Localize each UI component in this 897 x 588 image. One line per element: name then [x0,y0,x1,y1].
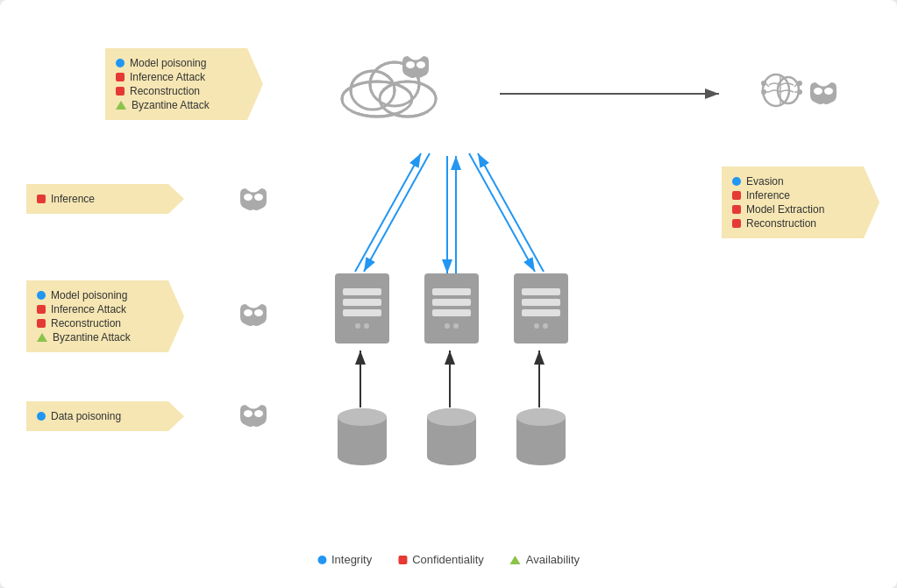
dot-red-right-1 [732,191,741,200]
dot-red-1 [116,73,125,81]
server-dots [445,323,459,329]
legend-right-label-4: Reconstruction [746,217,816,230]
svg-line-5 [364,153,430,272]
villain-mid-left [237,187,270,216]
svg-point-24 [416,61,425,68]
legend-top-item-4: Byzantine Attack [116,99,238,111]
server-1 [335,273,389,344]
svg-point-46 [338,448,387,465]
legend-integrity-label: Integrity [331,553,372,566]
legend-top-label-1: Model poisoning [130,57,206,69]
dot-blue-data [37,412,46,421]
legend-top-label-2: Inference Attack [130,71,205,83]
legend-top-item-1: Model poisoning [116,57,238,69]
legend-right-label-1: Evasion [746,175,784,188]
legend-bottom-left-label-3: Reconstruction [51,317,121,329]
triangle-availability [510,556,521,564]
server-line [343,299,381,306]
villain-top-right [807,81,840,110]
dot-blue-bottom-1 [37,291,46,300]
svg-point-38 [244,194,253,201]
svg-point-40 [244,309,253,316]
legend-bottom-left-label-2: Inference Attack [51,303,126,315]
server-dot [445,323,450,329]
svg-point-47 [338,408,387,426]
svg-line-34 [765,83,769,87]
triangle-green-bottom [37,333,47,342]
svg-line-9 [469,153,535,272]
server-line [343,309,381,316]
database-1 [335,405,389,470]
svg-line-6 [355,153,421,272]
server-line [432,288,471,295]
dot-integrity [317,556,326,564]
legend-data-poison-label-1: Data poisoning [51,410,121,422]
legend-right-item-2: Inference [732,189,855,202]
legend-bottom-left-label-4: Byzantine Attack [53,331,131,344]
dot-red-right-2 [732,205,741,214]
server-dot [364,323,369,329]
legend-bottom-left-item-3: Reconstruction [37,317,160,329]
diagram-container: Model poisoning Inference Attack Reconst… [0,0,897,588]
legend-mid-left-item-1: Inference [37,193,160,205]
legend-bottom-left-item-4: Byzantine Attack [37,331,160,344]
database-3 [514,405,568,470]
server-dots [355,323,369,329]
legend-right-label-2: Inference [746,189,790,202]
server-line [522,299,560,306]
svg-point-42 [244,410,253,417]
svg-point-25 [814,88,822,95]
legend-mid-left: Inference [26,184,184,214]
svg-point-23 [406,61,415,68]
legend-bottom-left-item-1: Model poisoning [37,289,160,301]
legend-confidentiality-label: Confidentiality [412,553,484,566]
svg-point-43 [254,410,263,417]
bottom-legend: Integrity Confidentiality Availability [317,553,580,566]
server-line [522,309,560,316]
villain-data-poison [237,403,270,433]
dot-red-bottom-2 [37,319,46,328]
svg-point-50 [427,448,476,465]
svg-line-10 [478,153,544,272]
legend-integrity: Integrity [317,553,372,566]
legend-top: Model poisoning Inference Attack Reconst… [105,48,263,120]
legend-confidentiality: Confidentiality [398,553,484,566]
svg-point-39 [254,194,263,201]
svg-point-54 [516,448,566,465]
server-line [522,288,560,295]
dot-red-2 [116,87,125,96]
dot-red-inference [37,195,46,203]
legend-data-poison: Data poisoning [26,401,184,431]
legend-right-item-3: Model Extraction [732,203,855,216]
server-line [432,309,471,316]
database-2 [424,405,479,470]
legend-data-poison-item-1: Data poisoning [37,410,160,422]
server-dot [543,323,548,329]
svg-point-26 [824,88,833,95]
legend-right-item-4: Reconstruction [732,217,855,230]
server-dot [453,323,459,329]
server-dot [534,323,539,329]
dot-confidentiality [398,556,407,564]
legend-bottom-left-item-2: Inference Attack [37,303,160,315]
server-2 [424,273,479,344]
legend-availability-label: Availability [526,553,580,566]
server-3 [514,273,568,344]
server-line [343,288,381,295]
legend-right-label-3: Model Extraction [746,203,824,216]
server-line [432,299,471,306]
legend-top-item-3: Reconstruction [116,85,238,97]
svg-point-55 [516,408,566,426]
dot-blue-right-1 [732,177,741,186]
server-dots [534,323,548,329]
dot-blue [116,59,125,67]
legend-availability: Availability [510,553,580,566]
dot-red-right-3 [732,219,741,228]
legend-top-label-4: Byzantine Attack [132,99,210,111]
triangle-green-1 [116,101,126,110]
legend-right-item-1: Evasion [732,175,855,188]
svg-point-51 [427,408,476,426]
dot-red-bottom-1 [37,305,46,314]
legend-top-item-2: Inference Attack [116,71,238,83]
legend-bottom-left-label-1: Model poisoning [51,289,127,301]
